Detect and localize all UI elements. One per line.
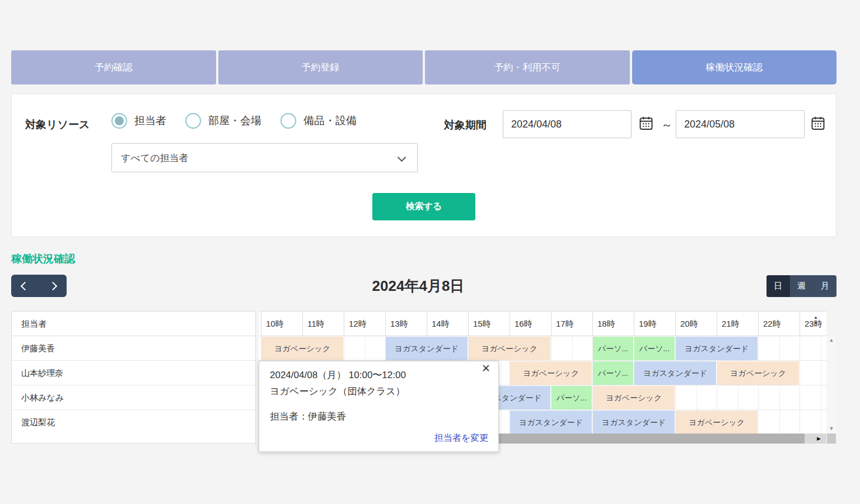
tab-reservation-register[interactable]: 予約登録 xyxy=(218,50,423,84)
hour-header: 11時 xyxy=(302,312,344,336)
half-hour-line xyxy=(365,336,366,360)
event-block[interactable]: ヨガスタンダード xyxy=(386,337,468,360)
date-nav xyxy=(11,275,67,297)
tab-bar: 予約確認予約登録予約・利用不可稼働状況確認 xyxy=(11,50,836,84)
half-hour-line xyxy=(779,336,780,360)
event-block[interactable]: ヨガスタンダード xyxy=(676,337,758,360)
hour-header: 18時 xyxy=(592,312,634,336)
resource-radio-group: 担当者部屋・会場備品・設備 xyxy=(111,113,357,129)
event-block[interactable]: パーソ... xyxy=(634,337,675,360)
event-block[interactable]: ヨガスタンダード xyxy=(510,411,592,434)
event-block[interactable]: ヨガスタンダード xyxy=(634,361,716,385)
hour-header: 19時 xyxy=(634,312,675,336)
event-block[interactable]: パーソ... xyxy=(593,337,633,360)
half-hour-line xyxy=(821,361,821,385)
staff-row: 渡辺梨花 xyxy=(12,410,255,444)
grid-header: 10時11時12時13時14時15時16時17時18時19時20時21時22時2… xyxy=(259,312,826,336)
hour-header: 16時 xyxy=(510,312,551,336)
hour-header: 10時 xyxy=(261,312,302,336)
date-range-tilde: ～ xyxy=(661,117,672,133)
prev-day-button[interactable] xyxy=(11,275,39,297)
hour-header: 17時 xyxy=(551,312,592,336)
view-toggle-month[interactable]: 月 xyxy=(813,275,836,297)
half-hour-line xyxy=(821,385,821,409)
grid-cell xyxy=(800,361,826,385)
view-toggle: 日週月 xyxy=(766,275,836,297)
hour-header: 21時 xyxy=(717,312,758,336)
radio-staff[interactable]: 担当者 xyxy=(111,113,166,129)
date-to-input[interactable] xyxy=(676,110,805,138)
radio-circle-icon xyxy=(281,113,296,129)
scroll-down-icon[interactable]: ▼ xyxy=(827,426,836,431)
staff-select[interactable]: すべての担当者 xyxy=(111,143,418,172)
vertical-scrollbar[interactable]: ▲ ▼ xyxy=(827,312,836,434)
radio-room-venue[interactable]: 部屋・会場 xyxy=(185,113,261,129)
grid-cell xyxy=(551,336,592,360)
half-hour-line xyxy=(572,336,573,360)
event-block[interactable]: ヨガスタンダード xyxy=(593,411,675,434)
staff-row: 小林みなみ xyxy=(12,385,255,410)
chevron-left-icon xyxy=(21,281,30,290)
staff-rows: 伊藤美香山本紗理奈小林みなみ渡辺梨花 xyxy=(12,336,255,444)
popup-staff: 担当者：伊藤美香 xyxy=(270,410,346,423)
radio-label: 担当者 xyxy=(134,114,166,128)
half-hour-line xyxy=(738,385,739,409)
half-hour-line xyxy=(779,385,780,409)
event-block[interactable]: パーソ... xyxy=(551,386,592,409)
event-block[interactable]: ヨガベーシック xyxy=(676,411,758,434)
staff-panel: 担当者 伊藤美香山本紗理奈小林みなみ渡辺梨花 xyxy=(11,311,256,444)
event-block[interactable]: ヨガベーシック xyxy=(593,386,675,409)
date-title: 2024年4月8日 xyxy=(0,276,836,296)
staff-row: 伊藤美香 xyxy=(12,336,255,361)
grid-cell xyxy=(800,385,826,409)
chevron-right-icon xyxy=(48,281,57,290)
hour-header: 14時 xyxy=(427,312,468,336)
radio-label: 部屋・会場 xyxy=(208,114,261,128)
hour-header: 20時 xyxy=(675,312,717,336)
staff-row: 山本紗理奈 xyxy=(12,361,255,385)
grid-cell xyxy=(344,336,385,360)
grid-cell xyxy=(800,336,826,360)
calendar-icon[interactable] xyxy=(810,115,826,132)
scroll-down-icon[interactable]: ▼ xyxy=(811,321,820,326)
scroll-right-icon[interactable]: ▶ xyxy=(815,434,823,444)
calendar-icon[interactable] xyxy=(638,115,655,132)
next-day-button[interactable] xyxy=(39,275,67,297)
date-from-input[interactable] xyxy=(503,110,632,138)
view-toggle-week[interactable]: 週 xyxy=(790,275,814,297)
grid-cell xyxy=(800,410,826,434)
hour-header: 15時 xyxy=(468,312,510,336)
change-staff-link[interactable]: 担当者を変更 xyxy=(434,432,488,444)
period-label: 対象期間 xyxy=(444,118,487,133)
event-block[interactable]: ヨガベーシック xyxy=(510,361,592,385)
search-button[interactable]: 検索する xyxy=(372,193,475,220)
event-popup: ✕ 2024/04/08（月） 10:00〜12:00 ヨガベーシック（団体クラ… xyxy=(259,361,499,452)
close-icon[interactable]: ✕ xyxy=(478,362,494,374)
event-block[interactable]: ヨガベーシック xyxy=(717,361,799,385)
scroll-up-icon[interactable]: ▲ xyxy=(811,315,820,321)
view-toggle-day[interactable]: 日 xyxy=(766,275,790,297)
page: { "tabs": [ {"name": "reservation-check"… xyxy=(0,0,860,504)
header-scroll-spinner: ▲ ▼ xyxy=(811,315,820,326)
filter-panel: 対象リソース 担当者部屋・会場備品・設備 対象期間 ～ xyxy=(11,93,836,237)
resource-label: 対象リソース xyxy=(25,117,90,132)
tab-reservation-check[interactable]: 予約確認 xyxy=(11,50,216,84)
tab-reservation-unavailable[interactable]: 予約・利用不可 xyxy=(425,50,630,84)
hour-header: 12時 xyxy=(344,312,385,336)
grid-cell xyxy=(758,385,800,409)
event-block[interactable]: ヨガベーシック xyxy=(261,337,343,360)
popup-datetime: 2024/04/08（月） 10:00〜12:00 xyxy=(270,369,406,381)
event-block[interactable]: パーソ... xyxy=(593,361,633,385)
staff-column-header: 担当者 xyxy=(12,312,255,336)
grid-cell xyxy=(758,336,800,360)
event-block[interactable]: ヨガベーシック xyxy=(469,337,550,360)
scroll-up-icon[interactable]: ▲ xyxy=(827,337,836,343)
section-heading: 稼働状況確認 xyxy=(11,252,75,266)
chevron-down-icon xyxy=(398,153,406,162)
grid-cell xyxy=(675,385,717,409)
radio-equipment[interactable]: 備品・設備 xyxy=(281,113,357,129)
half-hour-line xyxy=(697,385,697,409)
vertical-scroll-track[interactable] xyxy=(827,336,836,434)
radio-circle-icon xyxy=(185,113,201,129)
tab-operation-status[interactable]: 稼働状況確認 xyxy=(632,50,837,84)
